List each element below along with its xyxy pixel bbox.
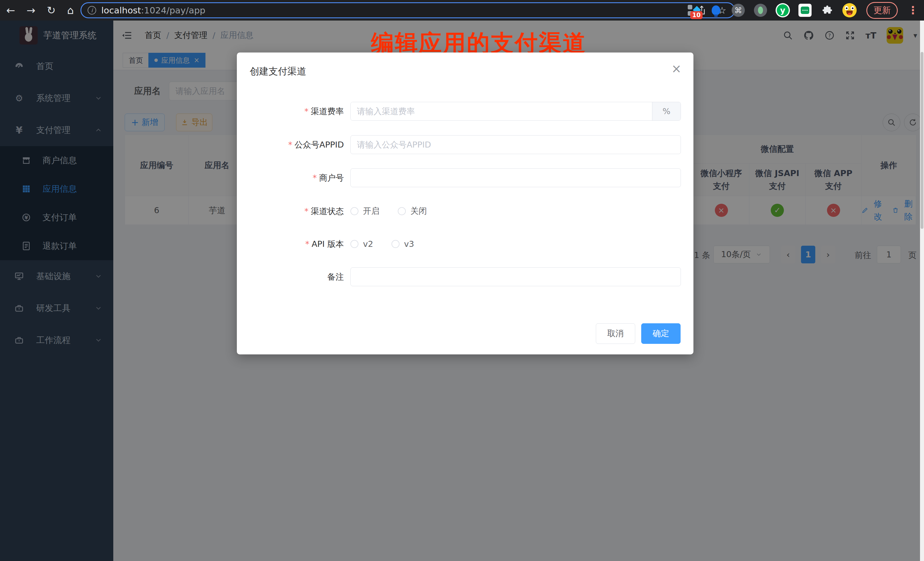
rate-label: 渠道费率: [311, 106, 344, 116]
browser-menu-icon[interactable]: ⋮: [906, 4, 920, 16]
appid-input[interactable]: [350, 135, 681, 154]
info-icon[interactable]: i: [88, 6, 96, 15]
field-remark: 备注: [237, 267, 693, 286]
home-icon[interactable]: ⌂: [67, 5, 74, 16]
field-api-version: *API 版本 v2 v3: [237, 234, 693, 254]
dialog-title: 创建支付渠道: [250, 65, 306, 78]
merchant-input[interactable]: [350, 168, 681, 187]
status-label: 渠道状态: [311, 206, 344, 216]
reload-icon[interactable]: ↻: [47, 5, 56, 16]
field-merchant: *商户号: [237, 168, 693, 187]
api-v3-radio[interactable]: v3: [392, 239, 414, 249]
field-appid: *公众号APPID: [237, 135, 693, 154]
create-payment-channel-dialog: 创建支付渠道 × *渠道费率 % *公众号APPID *商户号: [237, 52, 693, 354]
radio-icon: [350, 207, 358, 215]
radio-icon: [398, 207, 406, 215]
back-icon[interactable]: ←: [6, 5, 15, 16]
confirm-button[interactable]: 确定: [641, 323, 681, 344]
remark-label: 备注: [327, 272, 344, 282]
api-v2-radio[interactable]: v2: [350, 239, 373, 249]
radio-icon: [392, 240, 399, 248]
rate-input-group: %: [350, 102, 681, 121]
page-scrollbar[interactable]: [920, 21, 924, 561]
url-path: :1024/pay/app: [141, 5, 206, 15]
percent-suffix: %: [652, 102, 681, 120]
extension-badge: 10: [690, 11, 702, 19]
extension-balloon-icon[interactable]: [709, 3, 723, 17]
profile-emoji-icon[interactable]: [842, 3, 856, 17]
forward-icon[interactable]: →: [27, 5, 35, 16]
extension-chat-icon[interactable]: [798, 3, 812, 17]
cancel-button[interactable]: 取消: [596, 323, 635, 344]
merchant-label: 商户号: [319, 173, 344, 183]
screen: ← → ↻ ⌂ i localhost:1024/pay/app ☆ 10: [0, 0, 924, 561]
extension-blue-diamond-icon[interactable]: 10: [687, 3, 701, 17]
extension-command-icon[interactable]: ⌘: [731, 3, 746, 17]
extension-status-dot-icon[interactable]: [753, 3, 768, 17]
close-icon[interactable]: ×: [672, 63, 681, 75]
appid-label: 公众号APPID: [294, 140, 344, 150]
browser-update-button[interactable]: 更新: [866, 2, 898, 19]
field-status: *渠道状态 开启 关闭: [237, 202, 693, 220]
browser-toolbar: ← → ↻ ⌂ i localhost:1024/pay/app ☆ 10: [0, 0, 924, 21]
api-version-label: API 版本: [312, 239, 344, 249]
url-bar[interactable]: i localhost:1024/pay/app ☆: [81, 2, 735, 18]
url-host: localhost: [101, 5, 141, 15]
remark-input[interactable]: [350, 267, 681, 286]
extensions-puzzle-icon[interactable]: [820, 3, 834, 17]
status-closed-radio[interactable]: 关闭: [398, 206, 427, 217]
status-open-radio[interactable]: 开启: [350, 206, 380, 217]
field-rate: *渠道费率 %: [237, 102, 693, 121]
rate-input[interactable]: [351, 102, 652, 120]
extension-y-icon[interactable]: y: [776, 3, 790, 17]
radio-icon: [350, 240, 358, 248]
scrollbar-thumb[interactable]: [921, 52, 923, 229]
